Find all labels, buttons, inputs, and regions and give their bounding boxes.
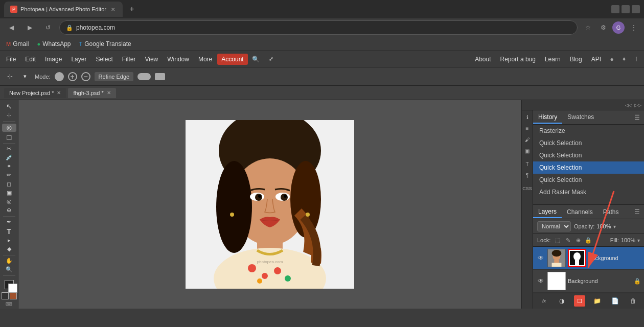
fill-value[interactable]: 100% xyxy=(621,237,635,243)
quick-selection-tool-icon[interactable]: ⊹ xyxy=(4,71,15,82)
learn-link[interactable]: Learn xyxy=(541,54,565,65)
canvas-area[interactable]: photopea.com xyxy=(18,100,521,309)
effects-btn[interactable]: fx xyxy=(538,295,549,307)
twitter-icon[interactable]: ✦ xyxy=(618,54,630,65)
info-icon[interactable]: ℹ xyxy=(523,112,532,122)
crop-tool-btn[interactable]: ✂ xyxy=(2,145,16,153)
quick-mask-btn[interactable] xyxy=(10,292,17,299)
window-min-btn[interactable] xyxy=(611,5,619,13)
opacity-arrow[interactable]: ▾ xyxy=(613,224,616,229)
history-panel-menu-btn[interactable]: ☰ xyxy=(630,112,644,123)
standard-mode-btn[interactable] xyxy=(2,292,9,299)
bookmark-gmail[interactable]: M Gmail xyxy=(6,40,29,48)
delete-layer-btn[interactable]: 🗑 xyxy=(628,295,639,307)
address-bar[interactable]: 🔒 photopea.com xyxy=(59,20,578,35)
foreground-color[interactable] xyxy=(5,280,14,289)
opacity-value[interactable]: 100% xyxy=(596,223,611,229)
brush-shape-btn[interactable] xyxy=(137,73,151,80)
shape-tool-btn[interactable]: ◆ xyxy=(2,245,16,253)
history-item-add-raster-mask[interactable]: Add Raster Mask xyxy=(533,186,644,198)
api-link[interactable]: API xyxy=(587,54,605,65)
reddit-icon[interactable]: ● xyxy=(606,54,617,65)
history-item-qs-4[interactable]: Quick Selection xyxy=(533,174,644,186)
history-tab[interactable]: History xyxy=(533,111,562,124)
eyedropper-btn[interactable]: 💉 xyxy=(2,154,16,161)
gradient-tool-btn[interactable]: ▣ xyxy=(2,189,16,197)
artboard-tool-btn[interactable]: ⊹ xyxy=(2,111,16,119)
bookmark-star-btn[interactable]: ☆ xyxy=(582,21,594,34)
layer-1-visibility-btn[interactable]: 👁 xyxy=(536,276,545,286)
menu-layer[interactable]: Layer xyxy=(67,54,90,65)
history-item-qs-1[interactable]: Quick Selection xyxy=(533,137,644,149)
text-icon[interactable]: T xyxy=(523,159,532,169)
lock-position-btn[interactable]: ✎ xyxy=(564,236,572,244)
healing-btn[interactable]: ✦ xyxy=(2,162,16,170)
search-btn[interactable]: 🔍 xyxy=(249,52,263,66)
mode-normal-btn[interactable] xyxy=(55,72,64,81)
swatches-tab[interactable]: Swatches xyxy=(562,111,599,124)
new-layer-mask-btn[interactable]: ☐ xyxy=(574,295,585,307)
canvas-icon[interactable]: ▣ xyxy=(523,146,532,155)
pen-tool-btn[interactable]: ✒ xyxy=(2,218,16,226)
back-btn[interactable]: ◀ xyxy=(4,20,18,35)
menu-filter[interactable]: Filter xyxy=(118,54,140,65)
refresh-btn[interactable]: ↺ xyxy=(41,20,55,35)
css-icon[interactable]: CSS xyxy=(523,184,532,193)
menu-more[interactable]: More xyxy=(194,54,216,65)
fill-arrow[interactable]: ▾ xyxy=(637,238,640,243)
menu-edit[interactable]: Edit xyxy=(21,54,40,65)
lock-all-btn[interactable]: 🔒 xyxy=(584,236,592,244)
history-item-rasterize[interactable]: Rasterize xyxy=(533,125,644,137)
extension-btn[interactable]: ⚙ xyxy=(597,21,609,34)
blog-link[interactable]: Blog xyxy=(566,54,586,65)
layer-item-0[interactable]: 👁 xyxy=(533,247,644,270)
refine-edge-btn[interactable]: Refine Edge xyxy=(95,72,134,81)
doc-tab-0[interactable]: New Project.psd * ✕ xyxy=(4,88,66,98)
blur-tool-btn[interactable]: ◎ xyxy=(2,198,16,205)
panel-expand-btn[interactable]: ▷▷ xyxy=(634,101,642,109)
mode-subtract-btn[interactable]: − xyxy=(81,72,90,81)
menu-window[interactable]: Window xyxy=(163,54,193,65)
lock-pixels-btn[interactable]: ⬚ xyxy=(554,236,562,244)
bookmark-whatsapp[interactable]: ● WhatsApp xyxy=(37,40,71,48)
layer-0-visibility-btn[interactable]: 👁 xyxy=(536,253,545,263)
type-tool-btn[interactable]: T xyxy=(2,227,16,236)
marquee-tool-btn[interactable]: ◻ xyxy=(2,133,16,141)
brush-icon[interactable]: 🖌 xyxy=(523,135,532,144)
facebook-icon[interactable]: f xyxy=(631,54,642,65)
bookmark-translate[interactable]: T Google Translate xyxy=(79,40,131,48)
quick-selection-btn[interactable]: ⊚ xyxy=(2,124,16,132)
doc-tab-1[interactable]: fhgh-3.psd * ✕ xyxy=(68,88,116,98)
paragraph-icon[interactable]: ¶ xyxy=(523,171,532,180)
background-color[interactable] xyxy=(8,284,17,293)
new-group-btn[interactable]: 📁 xyxy=(592,295,603,307)
dodge-tool-btn[interactable]: ⊕ xyxy=(2,206,16,214)
eraser-tool-btn[interactable]: ◻ xyxy=(2,180,16,188)
menu-file[interactable]: File xyxy=(2,54,20,65)
layers-tab[interactable]: Layers xyxy=(533,206,562,218)
blend-mode-select[interactable]: Normal xyxy=(537,221,571,231)
doc-tab-0-close[interactable]: ✕ xyxy=(57,90,61,96)
hand-tool-btn[interactable]: ✋ xyxy=(2,257,16,265)
lock-artboard-btn[interactable]: ⊕ xyxy=(574,236,582,244)
window-max-btn[interactable] xyxy=(622,5,630,13)
channels-tab[interactable]: Channels xyxy=(562,206,598,218)
fullscreen-btn[interactable]: ⤢ xyxy=(264,52,279,66)
report-bug-link[interactable]: Report a bug xyxy=(496,54,540,65)
close-tab-btn[interactable]: ✕ xyxy=(109,6,117,13)
panel-collapse-btn[interactable]: ◁◁ xyxy=(625,101,633,109)
doc-tab-1-close[interactable]: ✕ xyxy=(107,90,111,96)
menu-view[interactable]: View xyxy=(141,54,162,65)
about-link[interactable]: About xyxy=(471,54,495,65)
path-select-btn[interactable]: ▸ xyxy=(2,237,16,244)
layer-item-1[interactable]: 👁 Background 🔒 xyxy=(533,270,644,293)
paths-tab[interactable]: Paths xyxy=(598,206,624,218)
zoom-tool-btn[interactable]: 🔍 xyxy=(2,266,16,273)
profile-btn[interactable]: G xyxy=(612,21,625,34)
brush-shape2-btn[interactable] xyxy=(155,73,165,80)
fg-bg-color-swatch[interactable] xyxy=(5,280,14,289)
move-tool-btn[interactable]: ↖ xyxy=(2,102,16,110)
layers-menu-btn[interactable]: ☰ xyxy=(630,206,644,218)
settings-icon[interactable]: ≡ xyxy=(523,124,532,133)
new-layer-btn[interactable]: 📄 xyxy=(610,295,621,307)
